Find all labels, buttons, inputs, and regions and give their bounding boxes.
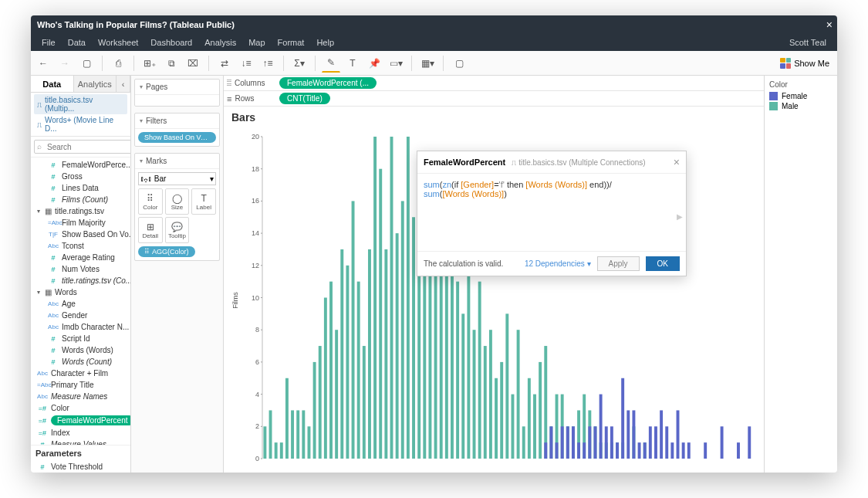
menu-file[interactable]: File: [35, 38, 62, 47]
mark-detail-button[interactable]: ⊞Detail: [138, 217, 163, 243]
data-sources: ⎍title.basics.tsv (Multip... ⎍Words+ (Mo…: [31, 93, 130, 137]
close-icon[interactable]: ×: [826, 19, 833, 31]
show-me-button[interactable]: Show Me: [775, 58, 834, 69]
filters-header[interactable]: Filters: [135, 113, 219, 129]
mark-size-button[interactable]: ◯Size: [165, 188, 190, 215]
field-row[interactable]: #title.ratings.tsv (Co...: [31, 275, 130, 286]
menu-analysis[interactable]: Analysis: [198, 38, 242, 47]
expand-icon[interactable]: ▶: [677, 212, 683, 221]
apply-button[interactable]: Apply: [597, 256, 640, 271]
save-icon[interactable]: ▢: [77, 54, 96, 73]
calc-field-name[interactable]: FemaleWordPercent: [424, 158, 505, 167]
svg-rect-32: [313, 362, 316, 459]
svg-rect-91: [588, 426, 591, 459]
parameter-row[interactable]: #Vote Threshold: [31, 461, 130, 473]
menu-dashboard[interactable]: Dashboard: [144, 38, 198, 47]
field-row[interactable]: #FemaleWordPerce...: [31, 159, 130, 171]
field-row[interactable]: =#FemaleWordPercent: [31, 414, 130, 427]
field-list[interactable]: #FemaleWordPerce...#Gross#Lines Data#Fil…: [31, 158, 130, 445]
hash-icon: #: [37, 463, 48, 471]
field-row[interactable]: AbcGender: [31, 310, 130, 321]
sheet-title[interactable]: Bars: [224, 107, 764, 128]
field-row[interactable]: #Films (Count): [31, 194, 130, 205]
legend-item[interactable]: Male: [769, 102, 833, 110]
field-row[interactable]: #Num Votes: [31, 263, 130, 275]
field-row[interactable]: #Script Id: [31, 333, 130, 344]
field-row[interactable]: #Measure Values: [31, 439, 130, 445]
totals-icon[interactable]: Σ▾: [290, 54, 309, 73]
columns-shelf[interactable]: ⦙⦙⦙Columns FemaleWordPercent (...: [224, 76, 764, 91]
menu-format[interactable]: Format: [272, 38, 311, 47]
agg-color-pill[interactable]: ⠿AGG(Color): [138, 246, 195, 257]
field-row[interactable]: AbcAge: [31, 298, 130, 310]
svg-rect-69: [517, 330, 520, 459]
tab-analytics[interactable]: Analytics: [74, 76, 117, 92]
svg-text:4: 4: [255, 391, 259, 398]
field-table[interactable]: ▦title.ratings.tsv: [31, 205, 130, 217]
clear-icon[interactable]: ⌧: [184, 54, 202, 73]
highlight-icon[interactable]: ✎: [322, 54, 340, 73]
calc-formula-editor[interactable]: sum(zn(if [Gender]='f' then [Words (Word…: [417, 174, 686, 251]
close-icon[interactable]: ×: [674, 156, 680, 168]
filter-pill[interactable]: Show Based On Votes: Tr...: [138, 132, 216, 143]
fit-icon[interactable]: ▭▾: [387, 54, 405, 73]
field-row[interactable]: #Words (Words): [31, 344, 130, 356]
sort-asc-icon[interactable]: ↓≡: [237, 54, 255, 73]
rows-shelf[interactable]: ≡Rows CNT(Title): [224, 91, 764, 107]
hash-icon: #: [48, 277, 59, 285]
dependencies-link[interactable]: 12 Dependencies ▾: [525, 259, 591, 268]
svg-rect-34: [324, 298, 327, 459]
datasource-row[interactable]: ⎍Words+ (Movie Line D...: [34, 114, 127, 134]
datasource-row[interactable]: ⎍title.basics.tsv (Multip...: [34, 94, 127, 114]
field-row[interactable]: T|FShow Based On Vo...: [31, 229, 130, 240]
pin-icon[interactable]: 📌: [365, 54, 383, 73]
marks-header[interactable]: Marks: [135, 154, 219, 169]
hash-icon: #: [48, 254, 59, 262]
search-input[interactable]: [34, 140, 131, 154]
field-row[interactable]: #Gross: [31, 171, 130, 182]
field-row[interactable]: AbcCharacter + Film: [31, 368, 130, 379]
sort-desc-icon[interactable]: ↑≡: [258, 54, 277, 73]
new-sheet-icon[interactable]: ⊞₊: [140, 54, 159, 73]
collapse-pane-icon[interactable]: ‹: [117, 76, 130, 92]
ok-button[interactable]: OK: [646, 256, 680, 271]
menu-worksheet[interactable]: Worksheet: [92, 38, 144, 47]
field-row[interactable]: AbcMeasure Names: [31, 391, 130, 402]
view-cards-icon[interactable]: ▦▾: [418, 54, 437, 73]
pages-header[interactable]: Pages: [135, 80, 219, 95]
duplicate-icon[interactable]: ⧉: [162, 54, 181, 73]
field-row[interactable]: =#Color: [31, 402, 130, 414]
field-table[interactable]: ▦Words: [31, 286, 130, 298]
back-icon[interactable]: ←: [34, 54, 52, 73]
rows-pill[interactable]: CNT(Title): [279, 93, 330, 104]
mark-color-button[interactable]: ⠿Color: [138, 188, 163, 215]
menu-help[interactable]: Help: [310, 38, 340, 47]
field-row[interactable]: =AbcPrimary Title: [31, 379, 130, 391]
field-row[interactable]: =#Index: [31, 427, 130, 439]
tab-data[interactable]: Data: [31, 76, 74, 92]
labels-icon[interactable]: T: [343, 54, 362, 73]
legend-item[interactable]: Female: [769, 92, 833, 100]
field-row[interactable]: AbcTconst: [31, 240, 130, 252]
svg-text:8: 8: [255, 326, 259, 334]
new-datasource-icon[interactable]: ⎙: [109, 54, 127, 73]
legend-header[interactable]: Color: [769, 80, 833, 89]
field-row[interactable]: #Words (Count): [31, 356, 130, 368]
field-row[interactable]: #Lines Data: [31, 182, 130, 194]
svg-rect-46: [390, 137, 393, 459]
calculation-dialog[interactable]: FemaleWordPercent ⎍title.basics.tsv (Mul…: [417, 151, 687, 276]
field-row[interactable]: AbcImdb Character N...: [31, 321, 130, 333]
menu-data[interactable]: Data: [62, 38, 92, 47]
current-user[interactable]: Scott Teal: [789, 38, 833, 47]
mark-type-select[interactable]: ⫾₀⫾ Bar ▾: [138, 172, 216, 185]
swap-icon[interactable]: ⇄: [215, 54, 234, 73]
mark-tooltip-button[interactable]: 💬Tooltip: [165, 217, 190, 243]
abc-calc-icon: =Abc: [48, 219, 59, 226]
mark-label-button[interactable]: TLabel: [191, 188, 216, 215]
field-row[interactable]: =AbcFilm Majority: [31, 217, 130, 229]
presentation-icon[interactable]: ▢: [450, 54, 468, 73]
field-row[interactable]: #Average Rating: [31, 252, 130, 263]
menu-map[interactable]: Map: [242, 38, 271, 47]
columns-icon: ⦙⦙⦙: [227, 78, 231, 88]
columns-pill[interactable]: FemaleWordPercent (...: [279, 77, 377, 89]
